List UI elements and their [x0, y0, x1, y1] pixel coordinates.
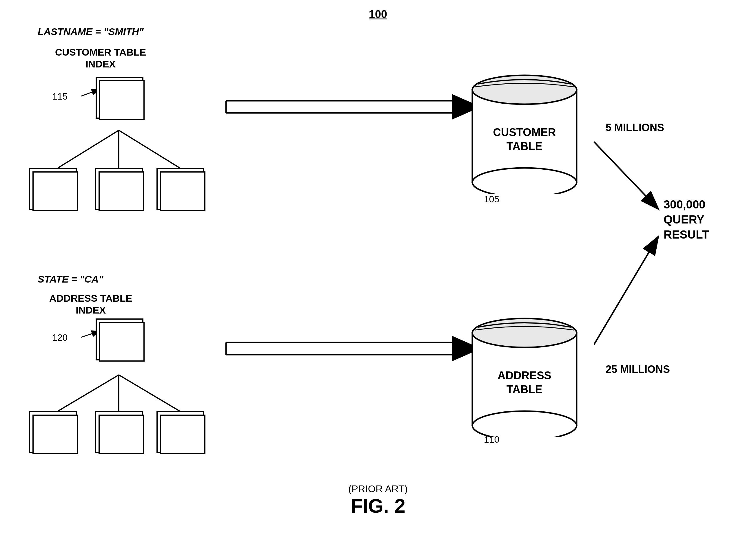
svg-text:CUSTOMER: CUSTOMER — [493, 126, 556, 138]
address-tree-root — [96, 318, 143, 360]
svg-line-0 — [58, 130, 119, 168]
svg-point-30 — [472, 411, 577, 437]
address-tree-center — [95, 411, 143, 453]
customer-tree-center — [95, 168, 143, 210]
svg-line-4 — [58, 375, 119, 411]
prior-art-label: (PRIOR ART) — [348, 483, 408, 494]
customer-tree-right — [156, 168, 204, 210]
fig-label: FIG. 2 — [348, 494, 408, 517]
address-tree-right — [156, 411, 204, 453]
address-db-cylinder: ADDRESS TABLE — [467, 313, 582, 437]
address-tree-left — [29, 411, 77, 453]
ref-115: 115 — [52, 91, 68, 102]
customer-index-label: CUSTOMER TABLE INDEX — [55, 46, 146, 70]
figure-number: 100 — [369, 8, 387, 21]
svg-line-6 — [119, 375, 180, 411]
svg-point-25 — [472, 168, 577, 194]
svg-text:TABLE: TABLE — [507, 383, 542, 395]
svg-line-2 — [119, 130, 180, 168]
address-count: 25 MILLIONS — [606, 363, 670, 375]
customer-tree-left — [29, 168, 77, 210]
customer-db-cylinder: CUSTOMER TABLE — [467, 70, 582, 194]
customer-tree-root — [96, 77, 143, 119]
svg-line-16 — [594, 142, 658, 209]
diagram: 100 — [0, 0, 756, 546]
ref-105: 105 — [484, 194, 499, 205]
svg-line-19 — [594, 238, 658, 344]
customer-count: 5 MILLIONS — [606, 122, 664, 134]
figure-caption: (PRIOR ART) FIG. 2 — [348, 483, 408, 517]
ref-120: 120 — [52, 332, 68, 343]
condition-lastname: LASTNAME = "SMITH" — [38, 26, 144, 37]
address-index-label: ADDRESS TABLE INDEX — [49, 292, 132, 316]
query-result-label: 300,000 QUERY RESULT — [664, 197, 709, 242]
svg-text:TABLE: TABLE — [507, 140, 542, 152]
svg-text:ADDRESS: ADDRESS — [498, 369, 551, 381]
condition-state: STATE = "CA" — [38, 273, 103, 285]
ref-110: 110 — [484, 434, 499, 445]
